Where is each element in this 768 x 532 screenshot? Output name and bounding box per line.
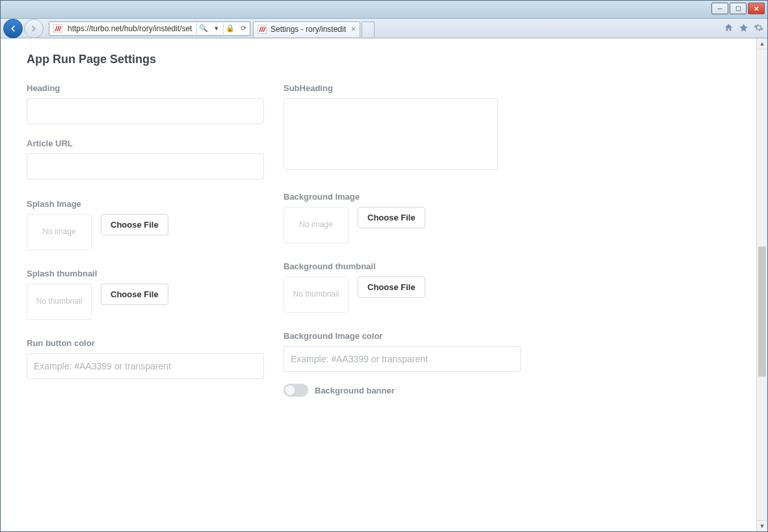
lock-icon[interactable]: 🔒 <box>224 24 237 33</box>
page-title: App Run Page Settings <box>27 53 737 66</box>
background-color-input[interactable] <box>284 346 521 372</box>
browser-tab[interactable]: Settings - rory/instedit × <box>253 21 360 37</box>
arrow-left-icon <box>8 24 18 33</box>
nav-back-button[interactable] <box>3 19 23 38</box>
search-icon[interactable]: 🔍 <box>197 24 210 33</box>
svg-line-3 <box>259 27 261 32</box>
new-tab-button[interactable] <box>362 21 375 37</box>
svg-line-4 <box>261 27 263 32</box>
refresh-icon[interactable]: ⟳ <box>237 24 250 33</box>
arrow-right-icon <box>29 24 38 33</box>
url-input[interactable] <box>66 22 196 35</box>
tab-strip: Settings - rory/instedit × <box>253 20 376 37</box>
right-column: SubHeading Background Image No image Cho… <box>284 78 521 397</box>
splash-thumbnail-choose-button[interactable]: Choose File <box>101 284 168 305</box>
background-image-label: Background Image <box>284 192 521 202</box>
run-button-color-label: Run button color <box>27 338 264 348</box>
settings-gear-icon[interactable] <box>754 23 763 35</box>
svg-line-2 <box>59 26 61 31</box>
home-icon[interactable] <box>724 23 734 35</box>
heading-label: Heading <box>27 83 264 93</box>
background-color-label: Background Image color <box>284 331 521 341</box>
background-image-choose-button[interactable]: Choose File <box>358 207 425 228</box>
window-maximize-button[interactable] <box>730 3 747 14</box>
svg-line-0 <box>55 26 57 31</box>
dropdown-icon[interactable]: ▾ <box>210 24 223 33</box>
turbo-favicon-icon <box>55 25 61 32</box>
splash-image-label: Splash Image <box>27 199 264 209</box>
svg-line-1 <box>57 26 59 31</box>
vertical-scrollbar[interactable]: ▲ ▼ <box>756 38 767 531</box>
browser-window: 🔍 ▾ 🔒 ⟳ Settings - rory/instedit <box>0 0 768 532</box>
article-url-input[interactable] <box>27 153 264 180</box>
page-content: App Run Page Settings Heading Article UR… <box>1 38 756 531</box>
splash-image-preview: No image <box>27 214 92 250</box>
tab-close-icon[interactable]: × <box>351 25 356 34</box>
background-banner-row: Background banner <box>284 384 521 397</box>
splash-thumbnail-label: Splash thumbnail <box>27 269 264 278</box>
svg-line-5 <box>263 27 265 32</box>
toolbar-right-icons <box>724 19 763 38</box>
splash-image-choose-button[interactable]: Choose File <box>101 214 168 235</box>
run-button-color-input[interactable] <box>27 353 264 379</box>
background-thumbnail-choose-button[interactable]: Choose File <box>358 276 425 298</box>
subheading-textarea[interactable] <box>284 98 498 170</box>
address-bar: 🔍 ▾ 🔒 ⟳ <box>49 21 250 36</box>
scroll-down-icon[interactable]: ▼ <box>757 520 767 531</box>
scroll-up-icon[interactable]: ▲ <box>757 38 767 49</box>
window-controls <box>711 3 765 14</box>
background-thumbnail-label: Background thumbnail <box>284 261 521 271</box>
window-close-button[interactable] <box>748 3 765 14</box>
article-url-label: Article URL <box>27 139 264 148</box>
splash-thumbnail-preview: No thumbnail <box>27 284 92 320</box>
window-titlebar <box>1 1 767 19</box>
background-banner-toggle[interactable] <box>284 384 308 397</box>
tab-title: Settings - rory/instedit <box>271 25 346 34</box>
browser-toolbar: 🔍 ▾ 🔒 ⟳ Settings - rory/instedit <box>1 19 767 38</box>
settings-columns: Heading Article URL Splash Image No imag… <box>27 78 737 397</box>
nav-buttons <box>3 19 45 38</box>
left-column: Heading Article URL Splash Image No imag… <box>27 78 264 397</box>
tab-favicon <box>258 25 267 34</box>
window-minimize-button[interactable] <box>711 3 728 14</box>
subheading-label: SubHeading <box>284 83 521 93</box>
page-viewport: App Run Page Settings Heading Article UR… <box>1 38 767 531</box>
heading-input[interactable] <box>27 98 264 124</box>
background-banner-label: Background banner <box>315 386 395 395</box>
background-image-preview: No image <box>284 207 349 243</box>
turbo-favicon-icon <box>259 26 265 33</box>
favorites-icon[interactable] <box>739 23 748 35</box>
scroll-thumb[interactable] <box>758 246 766 377</box>
background-thumbnail-preview: No thumbnail <box>284 276 349 313</box>
address-favicon <box>52 23 64 34</box>
nav-forward-button[interactable] <box>24 19 44 38</box>
